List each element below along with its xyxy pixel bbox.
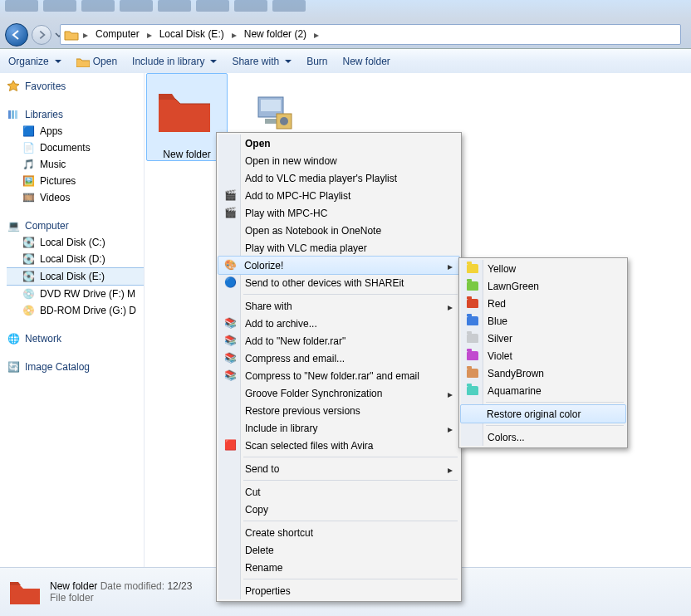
new-folder-button[interactable]: New folder — [343, 56, 390, 67]
sidebar-item-label: Local Disk (D:) — [40, 253, 105, 265]
breadcrumb[interactable]: Computer — [91, 26, 145, 43]
sidebar-item-bdrom-drive[interactable]: 📀BD-ROM Drive (G:) D — [7, 302, 144, 319]
sidebar-item-dvd-drive[interactable]: 💿DVD RW Drive (F:) M — [7, 286, 144, 302]
submenu-arrow-icon: ▸ — [448, 423, 453, 435]
menu-compress-email[interactable]: 📚Compress and email... — [218, 350, 459, 367]
menu-scan-avira[interactable]: 🟥Scan selected files with Avira — [218, 437, 459, 454]
include-in-library-button[interactable]: Include in library — [132, 56, 217, 67]
navigation-pane: Favorites Libraries 🟦Apps 📄Documents 🎵Mu… — [0, 73, 145, 574]
svg-rect-0 — [8, 110, 11, 119]
sidebar-item-documents[interactable]: 📄Documents — [7, 139, 144, 156]
sidebar-item-favorites[interactable]: Favorites — [7, 78, 144, 95]
open-button[interactable]: Open — [76, 56, 117, 67]
command-bar: Organize Open Include in library Share w… — [0, 49, 691, 75]
breadcrumb[interactable]: New folder (2) — [239, 26, 311, 43]
menu-onenote[interactable]: Open as Notebook in OneNote — [218, 222, 459, 239]
sidebar-item-label: Pictures — [40, 175, 76, 187]
apps-icon: 🟦 — [22, 125, 35, 138]
menu-color-yellow[interactable]: Yellow — [461, 260, 625, 277]
menu-color-label: LawnGreen — [488, 281, 539, 292]
menu-vlc-play[interactable]: Play with VLC media player — [218, 239, 459, 257]
sidebar-item-libraries[interactable]: Libraries — [7, 106, 144, 123]
forward-button[interactable] — [32, 25, 51, 45]
menu-color-red[interactable]: Red — [461, 295, 625, 312]
menu-color-lawngreen[interactable]: LawnGreen — [461, 277, 625, 295]
sidebar-item-network[interactable]: 🌐Network — [7, 330, 144, 347]
organize-button[interactable]: Organize — [8, 56, 61, 67]
sidebar-item-apps[interactable]: 🟦Apps — [7, 123, 144, 139]
menu-mpc-play[interactable]: 🎬Play with MPC-HC — [218, 204, 459, 222]
folder-color-swatch-icon — [466, 366, 479, 379]
background-taskbar — [0, 0, 691, 15]
menu-add-rar[interactable]: 📚Add to "New folder.rar" — [218, 332, 459, 350]
documents-icon: 📄 — [22, 141, 35, 154]
menu-vlc-add-playlist[interactable]: Add to VLC media player's Playlist — [218, 169, 459, 187]
sidebar-item-image-catalog[interactable]: 🔄Image Catalog — [7, 359, 144, 375]
menu-color-violet[interactable]: Violet — [461, 347, 625, 364]
drive-icon: 💽 — [22, 236, 35, 249]
sidebar-item-label: Favorites — [25, 81, 66, 92]
svg-rect-1 — [12, 110, 14, 119]
menu-include-library[interactable]: Include in library▸ — [218, 419, 459, 437]
chevron-right-icon[interactable]: ▸ — [81, 29, 91, 41]
menu-color-aquamarine[interactable]: Aquamarine — [461, 382, 625, 399]
menu-open[interactable]: Open — [218, 134, 459, 152]
svg-rect-5 — [265, 119, 277, 124]
menu-cut[interactable]: Cut — [218, 483, 459, 501]
menu-groove-sync[interactable]: Groove Folder Synchronization▸ — [218, 384, 459, 402]
chevron-down-icon — [55, 60, 61, 66]
videos-icon: 🎞️ — [22, 191, 35, 204]
sidebar-item-computer[interactable]: 💻 Computer — [7, 218, 144, 234]
shareit-icon: 🔵 — [223, 276, 237, 289]
chevron-right-icon[interactable]: ▸ — [311, 29, 321, 41]
menu-colorize[interactable]: 🎨Colorize!▸ — [218, 256, 460, 275]
address-bar[interactable]: ▸ Computer ▸ Local Disk (E:) ▸ New folde… — [60, 24, 681, 45]
nav-buttons — [5, 23, 63, 46]
menu-open-new-window[interactable]: Open in new window — [218, 152, 459, 169]
menu-mpc-add-playlist[interactable]: 🎬Add to MPC-HC Playlist — [218, 187, 459, 204]
chevron-down-icon — [210, 60, 217, 66]
share-with-button[interactable]: Share with — [232, 56, 292, 67]
menu-restore-original-color[interactable]: Restore original color — [460, 404, 626, 423]
chevron-right-icon[interactable]: ▸ — [145, 29, 154, 41]
menu-share-with[interactable]: Share with▸ — [218, 297, 459, 315]
disc-icon: 📀 — [22, 304, 35, 317]
folder-color-swatch-icon — [466, 331, 479, 345]
menu-copy[interactable]: Copy — [218, 501, 459, 518]
menu-properties[interactable]: Properties — [218, 582, 459, 599]
sidebar-item-videos[interactable]: 🎞️Videos — [7, 189, 144, 206]
menu-shareit[interactable]: 🔵Send to other devices with SHAREit — [218, 274, 459, 291]
file-item-label: New folder — [147, 149, 227, 160]
breadcrumb[interactable]: Local Disk (E:) — [154, 26, 229, 43]
star-icon — [7, 80, 20, 93]
sidebar-item-label: Music — [40, 159, 66, 170]
sidebar-item-drive-e[interactable]: 💽Local Disk (E:) — [7, 267, 144, 286]
menu-restore-versions[interactable]: Restore previous versions — [218, 402, 459, 419]
colorize-icon: 🎨 — [223, 258, 237, 271]
submenu-arrow-icon: ▸ — [448, 389, 453, 400]
details-modified-label: Date modified: — [100, 580, 164, 592]
sidebar-item-label: Apps — [40, 125, 62, 137]
sidebar-item-drive-d[interactable]: 💽Local Disk (D:) — [7, 251, 144, 267]
chevron-right-icon[interactable]: ▸ — [229, 29, 239, 41]
sidebar-item-pictures[interactable]: 🖼️Pictures — [7, 173, 144, 189]
sidebar-item-label: BD-ROM Drive (G:) D — [40, 305, 136, 316]
burn-button[interactable]: Burn — [306, 56, 327, 67]
back-button[interactable] — [5, 23, 28, 46]
svg-rect-2 — [15, 110, 17, 119]
menu-more-colors[interactable]: Colors... — [461, 428, 625, 446]
menu-color-blue[interactable]: Blue — [461, 312, 625, 330]
menu-compress-rar-email[interactable]: 📚Compress to "New folder.rar" and email — [218, 367, 459, 384]
menu-create-shortcut[interactable]: Create shortcut — [218, 524, 459, 541]
folder-icon — [64, 28, 79, 42]
menu-send-to[interactable]: Send to▸ — [218, 460, 459, 477]
sidebar-item-drive-c[interactable]: 💽Local Disk (C:) — [7, 234, 144, 251]
menu-rename[interactable]: Rename — [218, 559, 459, 576]
menu-delete[interactable]: Delete — [218, 541, 459, 559]
menu-add-archive[interactable]: 📚Add to archive... — [218, 315, 459, 332]
computer-icon: 💻 — [7, 219, 20, 232]
menu-color-sandybrown[interactable]: SandyBrown — [461, 364, 625, 382]
menu-color-label: Violet — [488, 350, 512, 362]
menu-color-silver[interactable]: Silver — [461, 330, 625, 347]
sidebar-item-music[interactable]: 🎵Music — [7, 156, 144, 173]
